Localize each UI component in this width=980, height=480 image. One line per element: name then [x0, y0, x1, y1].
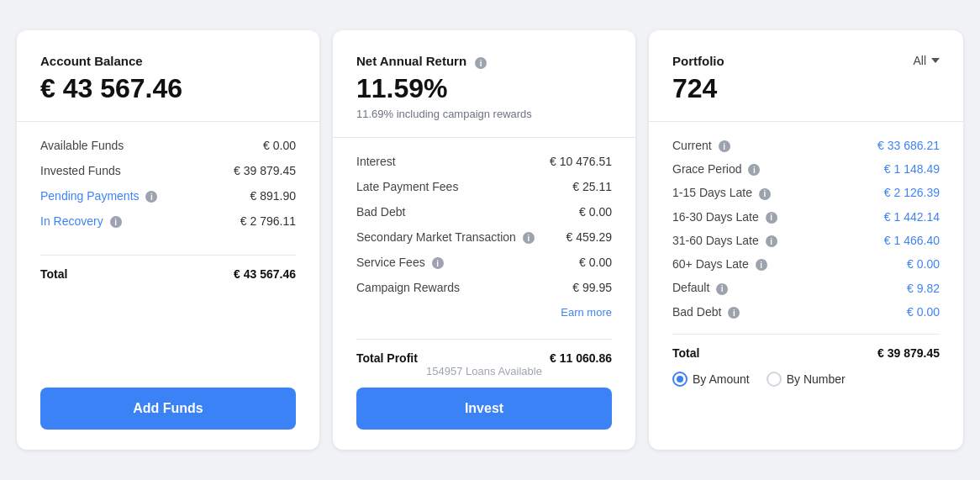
grace-period-info-icon[interactable]: i — [748, 164, 760, 176]
portfolio-value: 724 — [672, 73, 724, 104]
default-info-icon[interactable]: i — [716, 283, 728, 295]
interest-label: Interest — [356, 155, 396, 168]
service-fees-row: Service Fees i € 0.00 — [356, 256, 612, 269]
account-balance-value: € 43 567.46 — [40, 73, 296, 104]
account-total-label: Total — [40, 267, 67, 281]
nar-percent: 11.59% — [356, 73, 612, 104]
add-funds-button[interactable]: Add Funds — [40, 388, 296, 430]
secondary-market-info-icon[interactable]: i — [523, 232, 535, 244]
bad-debt-portfolio-info-icon[interactable]: i — [728, 307, 740, 319]
by-amount-radio[interactable] — [672, 372, 688, 387]
secondary-market-label: Secondary Market Transaction i — [356, 230, 535, 244]
bad-debt-portfolio-label: Bad Debt i — [672, 305, 740, 319]
current-value: € 33 686.21 — [877, 139, 940, 152]
days-60-plus-info-icon[interactable]: i — [756, 259, 767, 271]
portfolio-total-label: Total — [672, 346, 699, 360]
days-16-30-info-icon[interactable]: i — [766, 212, 777, 224]
secondary-market-row: Secondary Market Transaction i € 459.29 — [356, 230, 612, 244]
secondary-market-value: € 459.29 — [566, 230, 613, 244]
days-1-15-value: € 2 126.39 — [884, 186, 940, 199]
default-row: Default i € 9.82 — [672, 281, 940, 294]
portfolio-title: Portfolio — [672, 54, 724, 68]
campaign-rewards-row: Campaign Rewards € 99.95 — [356, 281, 612, 294]
grace-period-label: Grace Period i — [672, 162, 760, 176]
available-funds-value: € 0.00 — [263, 139, 296, 152]
pending-payments-info-icon[interactable]: i — [145, 191, 157, 203]
default-value: € 9.82 — [907, 282, 940, 295]
portfolio-all-dropdown[interactable]: All — [913, 54, 940, 67]
portfolio-divider — [649, 121, 963, 122]
returns-divider — [333, 137, 635, 138]
earn-more-row: Earn more — [356, 306, 612, 319]
by-number-option[interactable]: By Number — [767, 372, 846, 387]
days-60-plus-label: 60+ Days Late i — [672, 257, 767, 271]
in-recovery-info-icon[interactable]: i — [110, 216, 122, 228]
in-recovery-value: € 2 796.11 — [240, 214, 296, 228]
chevron-down-icon — [931, 58, 940, 63]
portfolio-total-row: Total € 39 879.45 — [672, 334, 940, 360]
late-fees-value: € 25.11 — [572, 180, 612, 193]
bad-debt-portfolio-value: € 0.00 — [907, 305, 940, 319]
service-fees-info-icon[interactable]: i — [432, 257, 444, 269]
available-funds-row: Available Funds € 0.00 — [40, 139, 296, 152]
days-60-plus-value: € 0.00 — [907, 257, 940, 271]
grace-period-row: Grace Period i € 1 148.49 — [672, 162, 940, 176]
days-16-30-row: 16-30 Days Late i € 1 442.14 — [672, 210, 940, 224]
nar-title-row: Net Annual Return i — [356, 54, 612, 73]
by-number-label: By Number — [787, 372, 846, 386]
by-number-radio[interactable] — [767, 372, 782, 387]
portfolio-total-value: € 39 879.45 — [877, 346, 940, 360]
days-31-60-row: 31-60 Days Late i € 1 466.40 — [672, 234, 940, 247]
campaign-rewards-value: € 99.95 — [572, 281, 612, 294]
days-1-15-row: 1-15 Days Late i € 2 126.39 — [672, 186, 940, 199]
portfolio-header: Portfolio 724 All — [672, 54, 940, 121]
pending-payments-row: Pending Payments i € 891.90 — [40, 189, 296, 203]
late-fees-row: Late Payment Fees € 25.11 — [356, 180, 612, 193]
service-fees-value: € 0.00 — [579, 256, 612, 269]
portfolio-radio-group: By Amount By Number — [672, 372, 940, 387]
current-row: Current i € 33 686.21 — [672, 139, 940, 152]
pending-payments-value: € 891.90 — [250, 189, 297, 203]
default-label: Default i — [672, 281, 728, 294]
invested-funds-label: Invested Funds — [40, 164, 121, 177]
account-total-row: Total € 43 567.46 — [40, 255, 296, 281]
invested-funds-row: Invested Funds € 39 879.45 — [40, 164, 296, 177]
days-16-30-label: 16-30 Days Late i — [672, 210, 777, 224]
nar-info-icon[interactable]: i — [475, 57, 487, 69]
returns-total-label: Total Profit — [356, 351, 418, 365]
by-amount-option[interactable]: By Amount — [672, 372, 750, 387]
nar-subtitle: 11.69% including campaign rewards — [356, 108, 612, 120]
late-fees-label: Late Payment Fees — [356, 180, 458, 193]
dashboard: Account Balance € 43 567.46 Available Fu… — [17, 30, 963, 451]
days-31-60-info-icon[interactable]: i — [766, 235, 777, 247]
days-1-15-info-icon[interactable]: i — [759, 188, 771, 200]
nar-title: Net Annual Return — [356, 54, 466, 68]
earn-more-link[interactable]: Earn more — [561, 306, 612, 319]
pending-payments-label[interactable]: Pending Payments i — [40, 189, 157, 203]
portfolio-card: Portfolio 724 All Current i € 33 686.21 … — [649, 30, 963, 451]
invested-funds-value: € 39 879.45 — [234, 164, 296, 177]
by-amount-label: By Amount — [693, 372, 750, 386]
bad-debt-portfolio-row: Bad Debt i € 0.00 — [672, 305, 940, 319]
account-balance-title: Account Balance — [40, 54, 296, 68]
returns-total-value: € 11 060.86 — [550, 351, 612, 365]
bad-debt-returns-label: Bad Debt — [356, 205, 405, 219]
portfolio-all-label: All — [913, 54, 926, 67]
account-balance-card: Account Balance € 43 567.46 Available Fu… — [17, 30, 319, 451]
bad-debt-returns-value: € 0.00 — [579, 205, 612, 219]
current-info-icon[interactable]: i — [719, 140, 730, 152]
net-annual-return-card: Net Annual Return i 11.59% 11.69% includ… — [333, 30, 635, 451]
interest-row: Interest € 10 476.51 — [356, 155, 612, 168]
available-funds-label: Available Funds — [40, 139, 124, 152]
returns-total-row: Total Profit € 11 060.86 — [356, 339, 612, 365]
bad-debt-returns-row: Bad Debt € 0.00 — [356, 205, 612, 219]
campaign-rewards-label: Campaign Rewards — [356, 281, 460, 294]
service-fees-label: Service Fees i — [356, 256, 444, 269]
days-31-60-value: € 1 466.40 — [884, 234, 940, 247]
in-recovery-row: In Recovery i € 2 796.11 — [40, 214, 296, 228]
invest-button[interactable]: Invest — [356, 388, 612, 430]
days-16-30-value: € 1 442.14 — [884, 210, 940, 224]
days-60-plus-row: 60+ Days Late i € 0.00 — [672, 257, 940, 271]
in-recovery-label[interactable]: In Recovery i — [40, 214, 122, 228]
current-label: Current i — [672, 139, 730, 152]
